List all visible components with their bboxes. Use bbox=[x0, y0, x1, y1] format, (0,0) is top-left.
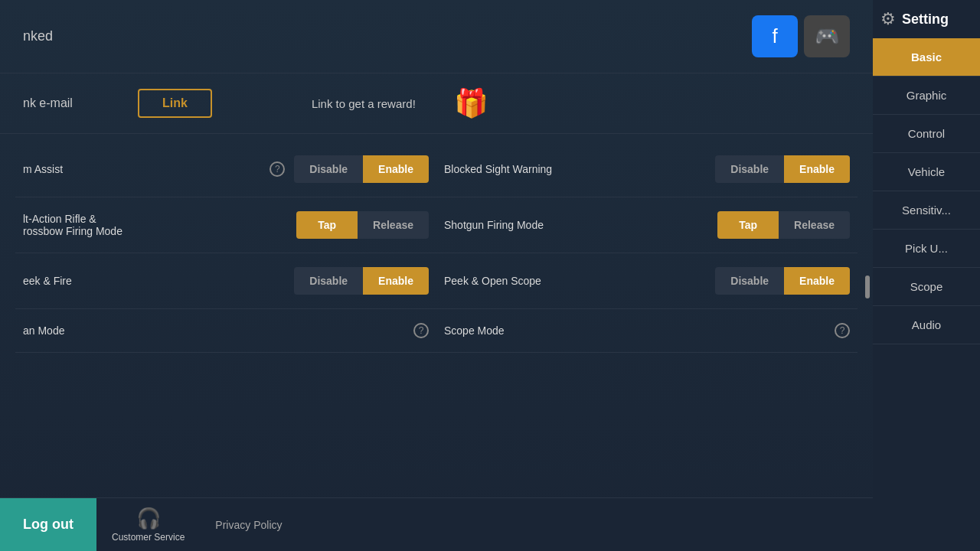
aim-assist-help-icon[interactable]: ? bbox=[270, 161, 285, 177]
settings-right-col: Blocked Sight Warning Disable Enable Sho… bbox=[436, 142, 858, 353]
reward-text: Link to get a reward! bbox=[312, 97, 416, 110]
customer-service-label: Customer Service bbox=[112, 532, 185, 543]
sidebar-header: ⚙ Setting bbox=[873, 0, 980, 38]
gift-icon: 🎁 bbox=[454, 87, 488, 119]
sidebar-item-basic[interactable]: Basic bbox=[873, 38, 980, 77]
sidebar-title: Setting bbox=[902, 11, 949, 28]
blocked-sight-toggle: Disable Enable bbox=[715, 155, 850, 183]
email-section: nk e-mail Link Link to get a reward! 🎁 bbox=[0, 73, 873, 134]
rifle-release-btn[interactable]: Release bbox=[358, 211, 429, 239]
sidebar-item-scope[interactable]: Scope bbox=[873, 268, 980, 306]
peek-fire-row: eek & Fire Disable Enable bbox=[15, 253, 436, 309]
sidebar-item-audio[interactable]: Audio bbox=[873, 306, 980, 344]
settings-area: m Assist ? Disable Enable lt-Action Rifl… bbox=[0, 134, 873, 360]
customer-service-icon: 🎧 bbox=[136, 507, 161, 530]
main-content: nked f 🎮 nk e-mail Link Link to get a re… bbox=[0, 0, 873, 551]
shotgun-firing-toggle: Tap Release bbox=[717, 211, 850, 239]
aim-assist-enable-btn[interactable]: Enable bbox=[363, 155, 429, 183]
gamepad-icon[interactable]: 🎮 bbox=[804, 15, 850, 57]
facebook-icon[interactable]: f bbox=[752, 15, 798, 57]
peek-scope-label: Peek & Open Scope bbox=[444, 275, 706, 287]
aim-assist-row: m Assist ? Disable Enable bbox=[15, 142, 436, 197]
peek-fire-label: eek & Fire bbox=[23, 275, 285, 287]
social-icons-group: f 🎮 bbox=[752, 15, 850, 57]
blocked-sight-row: Blocked Sight Warning Disable Enable bbox=[436, 142, 858, 197]
scrollbar[interactable] bbox=[865, 276, 870, 298]
logout-button[interactable]: Log out bbox=[0, 498, 96, 551]
peek-scope-row: Peek & Open Scope Disable Enable bbox=[436, 253, 858, 309]
blocked-sight-disable-btn[interactable]: Disable bbox=[715, 155, 784, 183]
rifle-tap-btn[interactable]: Tap bbox=[296, 211, 358, 239]
sidebar-item-control[interactable]: Control bbox=[873, 115, 980, 153]
aim-assist-disable-btn[interactable]: Disable bbox=[294, 155, 363, 183]
sidebar-item-pickup[interactable]: Pick U... bbox=[873, 230, 980, 268]
lean-mode-row: an Mode ? bbox=[15, 309, 436, 353]
peek-scope-toggle: Disable Enable bbox=[715, 267, 850, 295]
shotgun-firing-row: Shotgun Firing Mode Tap Release bbox=[436, 197, 858, 253]
aim-assist-toggle: Disable Enable bbox=[294, 155, 429, 183]
lean-mode-label: an Mode bbox=[23, 324, 404, 337]
peek-scope-enable-btn[interactable]: Enable bbox=[784, 267, 850, 295]
peek-fire-disable-btn[interactable]: Disable bbox=[294, 267, 363, 295]
customer-service-button[interactable]: 🎧 Customer Service bbox=[96, 507, 200, 543]
sidebar-item-sensitivity[interactable]: Sensitiv... bbox=[873, 191, 980, 230]
settings-left-col: m Assist ? Disable Enable lt-Action Rifl… bbox=[15, 142, 436, 353]
linked-text: nked bbox=[23, 28, 53, 44]
blocked-sight-label: Blocked Sight Warning bbox=[444, 163, 706, 175]
sidebar-item-vehicle[interactable]: Vehicle bbox=[873, 153, 980, 191]
privacy-policy-link[interactable]: Privacy Policy bbox=[200, 519, 297, 531]
peek-fire-toggle: Disable Enable bbox=[294, 267, 429, 295]
peek-fire-enable-btn[interactable]: Enable bbox=[363, 267, 429, 295]
sidebar-item-graphic[interactable]: Graphic bbox=[873, 77, 980, 115]
email-label: nk e-mail bbox=[23, 96, 115, 110]
peek-scope-disable-btn[interactable]: Disable bbox=[715, 267, 784, 295]
blocked-sight-enable-btn[interactable]: Enable bbox=[784, 155, 850, 183]
aim-assist-label: m Assist bbox=[23, 163, 260, 175]
settings-icon: ⚙ bbox=[880, 9, 896, 29]
scope-mode-row: Scope Mode ? bbox=[436, 309, 858, 353]
rifle-firing-row: lt-Action Rifle & rossbow Firing Mode Ta… bbox=[15, 197, 436, 253]
rifle-firing-toggle: Tap Release bbox=[296, 211, 429, 239]
link-button[interactable]: Link bbox=[138, 89, 212, 118]
top-section: nked f 🎮 bbox=[0, 0, 873, 73]
shotgun-firing-label: Shotgun Firing Mode bbox=[444, 219, 708, 231]
scope-mode-help-icon[interactable]: ? bbox=[835, 323, 850, 338]
shotgun-release-btn[interactable]: Release bbox=[779, 211, 850, 239]
lean-mode-help-icon[interactable]: ? bbox=[413, 323, 429, 338]
sidebar: ⚙ Setting Basic Graphic Control Vehicle … bbox=[873, 0, 980, 551]
scope-mode-label: Scope Mode bbox=[444, 324, 825, 337]
rifle-firing-label: lt-Action Rifle & rossbow Firing Mode bbox=[23, 213, 287, 237]
bottom-bar: Log out 🎧 Customer Service Privacy Polic… bbox=[0, 497, 873, 551]
shotgun-tap-btn[interactable]: Tap bbox=[717, 211, 779, 239]
